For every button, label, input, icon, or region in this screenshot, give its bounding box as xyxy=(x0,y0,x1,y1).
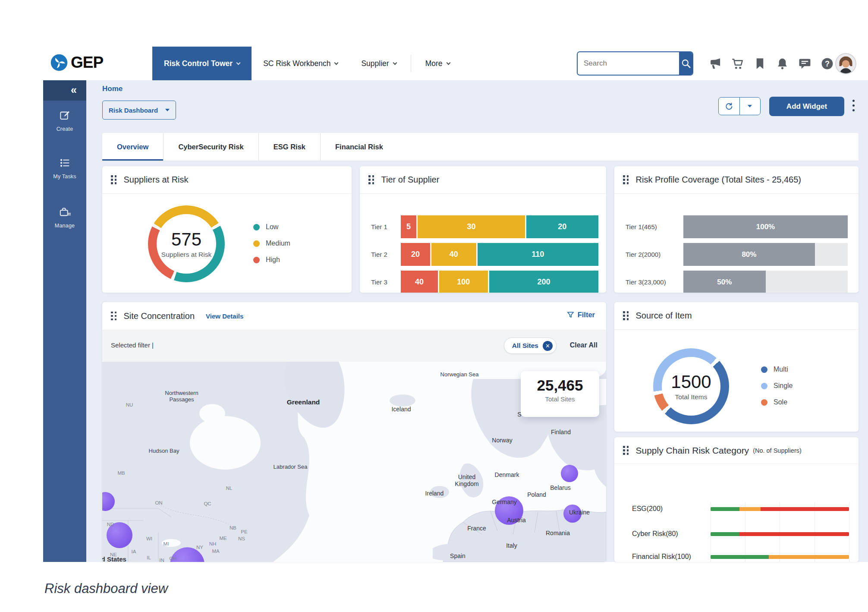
legend-dot xyxy=(253,257,260,263)
drag-handle-icon[interactable] xyxy=(623,311,629,320)
manage-icon xyxy=(59,212,71,219)
bar-segment xyxy=(761,507,849,511)
sidebar-item-label: Create xyxy=(43,126,86,132)
coverage-track: 80% xyxy=(683,243,848,266)
widget-title: Supply Chain Risk Category xyxy=(636,445,749,456)
map-label-hudson-bay: Hudson Bay xyxy=(149,448,179,454)
drag-handle-icon[interactable] xyxy=(368,175,374,184)
drag-handle-icon[interactable] xyxy=(623,446,629,455)
map-label-germany: Germany xyxy=(492,498,517,505)
legend-item-medium[interactable]: Medium xyxy=(253,235,290,252)
suppliers-risk-donut-chart[interactable]: 575 Suppliers at Risk xyxy=(148,205,225,282)
bar-segment xyxy=(739,507,760,511)
bar-segment[interactable]: 20 xyxy=(401,243,430,266)
gep-logo[interactable]: GEP xyxy=(50,54,103,72)
total-items-label: Total Items xyxy=(675,393,708,401)
map-label-on: ON xyxy=(155,500,162,505)
bar-segment[interactable]: 40 xyxy=(401,271,438,293)
bar-segment[interactable]: 20 xyxy=(526,215,598,238)
site-cluster-bubble[interactable] xyxy=(561,465,578,482)
bar-segment[interactable]: 200 xyxy=(489,271,598,293)
megaphone-icon[interactable] xyxy=(708,57,722,70)
widget-suppliers-at-risk: Suppliers at Risk 575 Suppliers at Risk … xyxy=(102,166,352,293)
legend-item-single[interactable]: Single xyxy=(761,378,793,394)
source-legend: MultiSingleSole xyxy=(761,361,793,410)
drag-handle-icon[interactable] xyxy=(623,175,629,184)
remove-chip-icon[interactable]: ✕ xyxy=(543,341,553,351)
search-button[interactable] xyxy=(679,52,692,75)
drag-handle-icon[interactable] xyxy=(111,175,117,184)
clear-all-button[interactable]: Clear All xyxy=(570,341,598,349)
bookmark-icon[interactable] xyxy=(753,57,767,70)
tier-row: Tier 153020 xyxy=(371,215,596,238)
bar-segment[interactable]: 5 xyxy=(401,215,416,238)
legend-item-sole[interactable]: Sole xyxy=(761,394,793,410)
kebab-menu-icon[interactable] xyxy=(852,100,855,114)
coverage-fill[interactable]: 100% xyxy=(683,215,848,238)
refresh-dropdown-button[interactable] xyxy=(740,98,761,115)
map-label-labrador-sea: Labrador Sea xyxy=(274,464,308,470)
map-label-oh: OH xyxy=(169,556,176,561)
search-input[interactable] xyxy=(578,52,679,75)
coverage-fill[interactable]: 50% xyxy=(683,271,766,293)
legend-item-low[interactable]: Low xyxy=(253,219,290,235)
map-label-nu: NU xyxy=(126,402,133,407)
sidebar-item-my-tasks[interactable]: My Tasks xyxy=(43,157,86,180)
bar-segment[interactable]: 100 xyxy=(439,271,488,293)
legend-dot xyxy=(253,224,260,230)
site-concentration-map[interactable]: Norwegian SeaNorthwestern PassagesHudson… xyxy=(102,362,606,562)
cart-icon[interactable] xyxy=(731,57,744,70)
nav-item-supplier[interactable]: Supplier xyxy=(349,47,408,80)
help-icon[interactable]: ? xyxy=(821,57,834,70)
sidebar-item-manage[interactable]: Manage xyxy=(43,206,86,229)
chip-label: All Sites xyxy=(512,342,538,350)
dashboard-tabs: OverviewCyberSecurity RiskESG RiskFinanc… xyxy=(102,133,859,161)
view-selector-label: Risk Dashboard xyxy=(109,107,158,114)
breadcrumb[interactable]: Home xyxy=(102,85,123,93)
chevron-down-icon xyxy=(446,61,450,65)
refresh-button[interactable] xyxy=(719,98,740,115)
tab-overview[interactable]: Overview xyxy=(102,133,163,161)
total-sites-value: 25,465 xyxy=(521,377,599,394)
all-sites-filter-chip[interactable]: All Sites ✕ xyxy=(504,338,557,354)
drag-handle-icon[interactable] xyxy=(111,312,117,321)
bar-segment[interactable]: 30 xyxy=(418,215,525,238)
bar-segment xyxy=(711,532,739,536)
tier-label: Tier 2 xyxy=(371,251,401,258)
page-caption: Risk dashboard view xyxy=(44,581,168,596)
avatar[interactable] xyxy=(835,53,856,74)
map-label-ne: NE xyxy=(110,552,117,557)
bar-segment[interactable]: 110 xyxy=(478,243,598,266)
tab-esg-risk[interactable]: ESG Risk xyxy=(258,133,320,161)
source-of-item-donut-chart[interactable]: 1500 Total Items xyxy=(653,348,729,424)
map-label-iceland: Iceland xyxy=(391,406,411,413)
dashboard-view-selector[interactable]: Risk Dashboard xyxy=(102,101,176,120)
bar-segment[interactable]: 40 xyxy=(431,243,476,266)
widget-risk-profile-coverage: Risk Profile Coverage (Total Sites - 25,… xyxy=(614,166,859,293)
legend-item-multi[interactable]: Multi xyxy=(761,361,793,378)
chat-icon[interactable] xyxy=(798,57,811,70)
add-widget-button[interactable]: Add Widget xyxy=(769,97,844,116)
bell-icon[interactable] xyxy=(776,57,789,70)
risk-category-bar[interactable] xyxy=(711,555,849,559)
coverage-row: Tier 1(465)100% xyxy=(626,215,848,238)
map-label-ma: MA xyxy=(212,549,219,554)
risk-category-bar[interactable] xyxy=(711,507,849,511)
nav-item-risk-control-tower[interactable]: Risk Control Tower xyxy=(152,47,252,80)
tab-financial-risk[interactable]: Financial Risk xyxy=(320,133,398,161)
sidebar-collapse-icon[interactable]: « xyxy=(71,84,77,96)
risk-category-label: Cyber Risk(80) xyxy=(632,530,678,538)
tab-cybersecurity-risk[interactable]: CyberSecurity Risk xyxy=(163,133,258,161)
filter-button[interactable]: Filter xyxy=(566,311,595,319)
widget-tier-of-supplier: Tier of Supplier Tier 153020Tier 2204011… xyxy=(360,166,606,293)
risk-category-bar[interactable] xyxy=(711,532,849,536)
nav-item-more[interactable]: More xyxy=(414,47,462,80)
nav-item-sc-risk-workbench[interactable]: SC Risk Workbench xyxy=(252,47,349,80)
filter-label: Filter xyxy=(578,311,595,319)
coverage-fill[interactable]: 80% xyxy=(683,243,815,266)
sidebar-item-create[interactable]: Create xyxy=(43,110,86,132)
legend-item-high[interactable]: High xyxy=(253,252,290,268)
nav-item-label: Risk Control Tower xyxy=(164,59,233,68)
view-details-link[interactable]: View Details xyxy=(206,312,243,320)
gep-swirl-icon xyxy=(50,54,68,72)
